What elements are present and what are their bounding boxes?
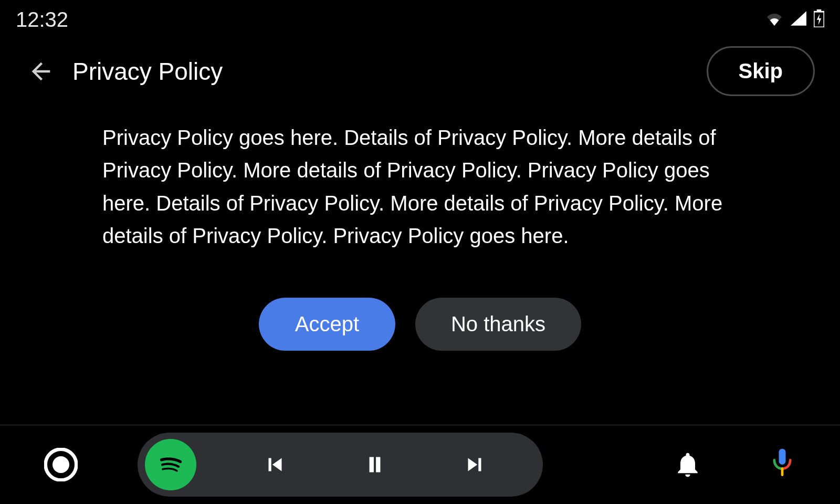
- voice-assistant-button[interactable]: [766, 449, 798, 480]
- skip-next-icon: [461, 452, 488, 478]
- action-buttons: Accept No thanks: [102, 298, 738, 351]
- policy-text: Privacy Policy goes here. Details of Pri…: [102, 121, 738, 253]
- mic-icon: [769, 447, 796, 482]
- page-title: Privacy Policy: [72, 57, 707, 86]
- back-button[interactable]: [25, 56, 57, 87]
- wifi-icon: [765, 11, 783, 28]
- content-area: Privacy Policy goes here. Details of Pri…: [0, 112, 840, 351]
- media-controls: [138, 433, 543, 497]
- bottom-right-icons: [672, 449, 798, 480]
- status-time: 12:32: [16, 8, 68, 32]
- svg-point-3: [52, 456, 69, 473]
- launcher-button[interactable]: [42, 446, 80, 484]
- decline-button[interactable]: No thanks: [415, 298, 581, 351]
- svg-rect-4: [779, 449, 786, 465]
- spotify-icon: [152, 446, 189, 483]
- next-track-button[interactable]: [438, 444, 511, 486]
- notifications-button[interactable]: [672, 449, 704, 480]
- accept-button[interactable]: Accept: [259, 298, 395, 351]
- skip-button[interactable]: Skip: [707, 46, 815, 96]
- launcher-icon: [44, 448, 78, 481]
- bell-icon: [673, 450, 702, 479]
- signal-icon: [791, 11, 806, 28]
- skip-previous-icon: [262, 452, 288, 478]
- header: Privacy Policy Skip: [0, 36, 840, 112]
- status-bar: 12:32: [0, 0, 840, 36]
- bottom-nav-bar: [0, 425, 840, 504]
- status-icons: [765, 9, 824, 29]
- pause-icon: [362, 452, 388, 478]
- spotify-app-icon[interactable]: [145, 439, 196, 490]
- previous-track-button[interactable]: [238, 444, 312, 486]
- arrow-left-icon: [27, 58, 55, 85]
- battery-icon: [814, 9, 824, 29]
- play-pause-button[interactable]: [338, 444, 412, 486]
